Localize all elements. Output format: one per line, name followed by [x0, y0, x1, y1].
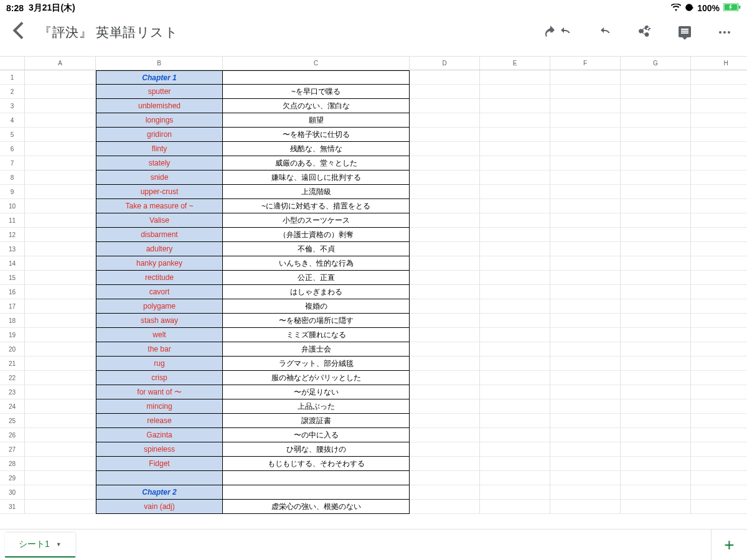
cell-D5[interactable]	[410, 128, 480, 142]
cell-D28[interactable]	[410, 457, 480, 471]
row-number[interactable]: 5	[0, 128, 25, 142]
cell-F13[interactable]	[550, 242, 621, 256]
cell-C21[interactable]: ラグマット、部分絨毯	[223, 357, 410, 371]
cell-G13[interactable]	[621, 242, 691, 256]
cell-C19[interactable]: ミミズ腫れになる	[223, 328, 410, 342]
cell-A27[interactable]	[25, 442, 96, 457]
cell-C22[interactable]: 服の袖などがパリッとした	[223, 371, 410, 385]
cell-H22[interactable]	[691, 371, 747, 385]
cell-C2[interactable]: ~を早口で喋る	[223, 85, 410, 99]
cell-C3[interactable]: 欠点のない、潔白な	[223, 99, 410, 113]
cell-F17[interactable]	[550, 299, 621, 314]
cell-B3[interactable]: unblemished	[96, 99, 223, 113]
cell-E15[interactable]	[480, 271, 550, 285]
cell-A8[interactable]	[25, 170, 96, 185]
column-header-H[interactable]: H	[691, 57, 747, 70]
cell-B22[interactable]: crisp	[96, 371, 223, 385]
cell-E13[interactable]	[480, 242, 550, 256]
cell-C24[interactable]: 上品ぶった	[223, 399, 410, 414]
redo-button[interactable]	[590, 20, 620, 45]
cell-F18[interactable]	[550, 314, 621, 328]
column-header-C[interactable]: C	[223, 57, 410, 70]
cell-D27[interactable]	[410, 442, 480, 457]
cell-B20[interactable]: the bar	[96, 342, 223, 357]
cell-A25[interactable]	[25, 414, 96, 428]
cell-A23[interactable]	[25, 385, 96, 399]
row-number[interactable]: 20	[0, 342, 25, 357]
cell-E1[interactable]	[480, 70, 550, 85]
cell-G20[interactable]	[621, 342, 691, 357]
cell-B7[interactable]: stately	[96, 156, 223, 170]
cell-D24[interactable]	[410, 399, 480, 414]
row-number[interactable]: 24	[0, 399, 25, 414]
cell-D1[interactable]	[410, 70, 480, 85]
cell-F15[interactable]	[550, 271, 621, 285]
cell-G5[interactable]	[621, 128, 691, 142]
cell-A7[interactable]	[25, 156, 96, 170]
cell-E30[interactable]	[480, 485, 550, 500]
cell-A10[interactable]	[25, 199, 96, 213]
cell-B5[interactable]: gridiron	[96, 128, 223, 142]
cell-G3[interactable]	[621, 99, 691, 113]
cell-C6[interactable]: 残酷な、無情な	[223, 142, 410, 156]
cell-E18[interactable]	[480, 314, 550, 328]
cell-A28[interactable]	[25, 457, 96, 471]
cell-C10[interactable]: ~に適切に対処する、措置をとる	[223, 199, 410, 213]
cell-C1[interactable]	[223, 70, 410, 85]
cell-C7[interactable]: 威厳のある、堂々とした	[223, 156, 410, 170]
cell-E24[interactable]	[480, 399, 550, 414]
row-number[interactable]: 2	[0, 85, 25, 99]
row-number[interactable]: 25	[0, 414, 25, 428]
share-button[interactable]	[630, 20, 660, 45]
cell-G18[interactable]	[621, 314, 691, 328]
cell-G15[interactable]	[621, 271, 691, 285]
cell-H7[interactable]	[691, 156, 747, 170]
cell-H26[interactable]	[691, 428, 747, 442]
spreadsheet-grid[interactable]: 1234567891011121314151617181920212223242…	[0, 56, 747, 529]
document-title[interactable]: 『評決』 英単語リスト	[39, 24, 178, 41]
cell-E12[interactable]	[480, 228, 550, 242]
cell-D13[interactable]	[410, 242, 480, 256]
add-sheet-button[interactable]: +	[711, 530, 747, 560]
cell-A20[interactable]	[25, 342, 96, 357]
row-number[interactable]: 16	[0, 285, 25, 299]
cell-G12[interactable]	[621, 228, 691, 242]
row-number[interactable]: 1	[0, 70, 25, 85]
cell-G28[interactable]	[621, 457, 691, 471]
cell-C4[interactable]: 願望	[223, 113, 410, 128]
cell-C25[interactable]: 譲渡証書	[223, 414, 410, 428]
cell-H27[interactable]	[691, 442, 747, 457]
row-number[interactable]: 9	[0, 185, 25, 199]
cell-B23[interactable]: for want of 〜	[96, 385, 223, 399]
cell-C20[interactable]: 弁護士会	[223, 342, 410, 357]
row-number[interactable]: 7	[0, 156, 25, 170]
cell-B29[interactable]	[96, 471, 223, 485]
cell-C9[interactable]: 上流階級	[223, 185, 410, 199]
cell-G7[interactable]	[621, 156, 691, 170]
cell-A30[interactable]	[25, 485, 96, 500]
cell-D6[interactable]	[410, 142, 480, 156]
cell-B2[interactable]: sputter	[96, 85, 223, 99]
cell-B17[interactable]: polygame	[96, 299, 223, 314]
row-number[interactable]: 8	[0, 170, 25, 185]
cell-G14[interactable]	[621, 256, 691, 271]
cell-C14[interactable]: いんちき、性的な行為	[223, 256, 410, 271]
cell-H6[interactable]	[691, 142, 747, 156]
cell-C18[interactable]: 〜を秘密の場所に隠す	[223, 314, 410, 328]
cell-B8[interactable]: snide	[96, 170, 223, 185]
cell-A22[interactable]	[25, 371, 96, 385]
row-number[interactable]: 29	[0, 471, 25, 485]
cell-F14[interactable]	[550, 256, 621, 271]
cell-H9[interactable]	[691, 185, 747, 199]
cell-B21[interactable]: rug	[96, 357, 223, 371]
cell-H31[interactable]	[691, 500, 747, 514]
cell-F12[interactable]	[550, 228, 621, 242]
row-number[interactable]: 12	[0, 228, 25, 242]
cell-B12[interactable]: disbarment	[96, 228, 223, 242]
cell-H14[interactable]	[691, 256, 747, 271]
cell-C31[interactable]: 虚栄心の強い、根拠のない	[223, 500, 410, 514]
sheet-tab[interactable]: シート1 ▼	[5, 533, 75, 558]
cell-A16[interactable]	[25, 285, 96, 299]
cell-D2[interactable]	[410, 85, 480, 99]
cell-F7[interactable]	[550, 156, 621, 170]
